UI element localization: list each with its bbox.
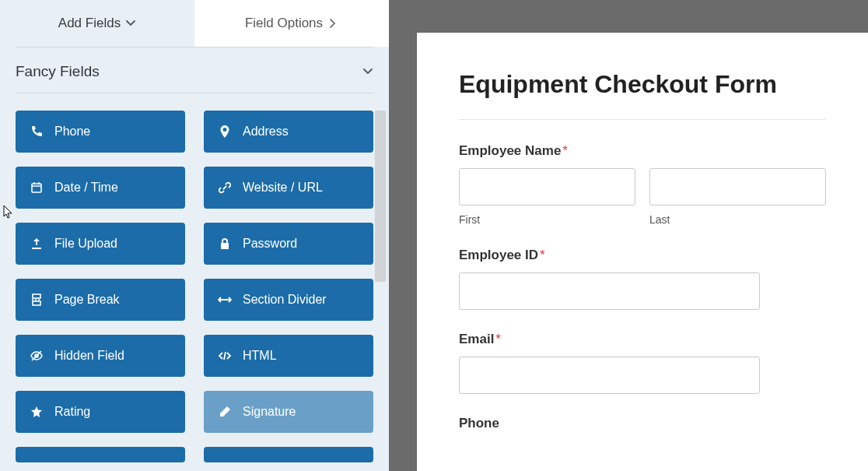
field-label: Address — [243, 125, 289, 139]
field-phone[interactable]: Phone — [459, 416, 826, 441]
field-page-break[interactable]: Page Break — [16, 279, 185, 321]
field-label: Phone — [54, 125, 90, 139]
chevron-down-icon — [125, 18, 136, 29]
phone-icon — [30, 125, 44, 139]
eye-slash-icon — [30, 349, 44, 363]
field-extra-2[interactable] — [204, 447, 373, 462]
name-first-col: First — [459, 168, 635, 226]
field-grid: Phone Address Date / Time Website / URL — [0, 111, 389, 462]
code-icon — [218, 349, 232, 363]
chevron-down-icon — [362, 66, 373, 77]
employee-id-input[interactable] — [459, 272, 760, 310]
field-phone[interactable]: Phone — [16, 111, 185, 153]
field-signature[interactable]: Signature — [204, 391, 373, 433]
required-marker: * — [562, 143, 568, 158]
field-label: Page Break — [54, 293, 120, 307]
tab-label: Field Options — [245, 16, 323, 31]
chevron-right-icon — [327, 18, 338, 29]
field-label: Employee ID* — [459, 248, 826, 263]
sublabel: First — [459, 213, 635, 226]
field-website-url[interactable]: Website / URL — [204, 167, 373, 209]
pencil-icon — [218, 405, 232, 419]
field-rating[interactable]: Rating — [16, 391, 185, 433]
calendar-icon — [30, 181, 44, 195]
tab-label: Add Fields — [58, 16, 121, 31]
link-icon — [218, 181, 232, 195]
tabs: Add Fields Field Options — [0, 0, 389, 47]
field-employee-name[interactable]: Employee Name* First Last — [459, 143, 826, 226]
section-title: Fancy Fields — [16, 63, 100, 80]
form-preview: Equipment Checkout Form Employee Name* F… — [417, 33, 868, 471]
field-file-upload[interactable]: File Upload — [16, 223, 185, 265]
lock-icon — [218, 237, 232, 251]
form-title: Equipment Checkout Form — [459, 70, 826, 99]
label-text: Email — [459, 332, 494, 346]
label-text: Employee ID — [459, 248, 538, 262]
field-section-divider[interactable]: Section Divider — [204, 279, 373, 321]
field-label: Email* — [459, 332, 826, 347]
tab-field-options[interactable]: Field Options — [194, 0, 389, 47]
last-name-input[interactable] — [649, 168, 826, 206]
field-label: Employee Name* — [459, 143, 826, 159]
star-icon — [30, 405, 44, 419]
label-text: Phone — [459, 416, 499, 431]
required-marker: * — [540, 248, 545, 262]
divider — [16, 93, 373, 93]
page-break-icon — [30, 293, 44, 307]
upload-icon — [30, 237, 44, 251]
scrollbar-thumb[interactable] — [375, 111, 386, 282]
name-row: First Last — [459, 168, 826, 226]
first-name-input[interactable] — [459, 168, 635, 206]
field-extra-1[interactable] — [16, 447, 185, 462]
field-label: Section Divider — [243, 293, 327, 307]
svg-rect-1 — [33, 294, 40, 298]
field-label: Date / Time — [54, 181, 118, 195]
field-employee-id[interactable]: Employee ID* — [459, 248, 826, 310]
field-hidden-field[interactable]: Hidden Field — [16, 335, 185, 377]
email-input[interactable] — [459, 357, 760, 394]
field-grid-wrapper: Phone Address Date / Time Website / URL — [0, 111, 389, 471]
field-label: Phone — [459, 416, 826, 431]
field-label: Signature — [243, 405, 296, 419]
field-html[interactable]: HTML — [204, 335, 373, 377]
section-header-fancy-fields[interactable]: Fancy Fields — [0, 47, 389, 93]
field-label: HTML — [243, 349, 277, 363]
field-label: Password — [243, 237, 297, 251]
label-text: Employee Name — [459, 143, 561, 158]
map-pin-icon — [218, 125, 232, 139]
name-last-col: Last — [649, 168, 826, 226]
field-label: Hidden Field — [54, 349, 124, 363]
arrows-h-icon — [218, 293, 232, 307]
divider — [459, 119, 826, 120]
sublabel: Last — [649, 213, 826, 226]
field-label: Rating — [54, 405, 90, 419]
left-panel: Add Fields Field Options Fancy Fields Ph… — [0, 0, 389, 471]
required-marker: * — [495, 332, 501, 346]
field-label: File Upload — [54, 237, 117, 251]
svg-rect-2 — [33, 301, 40, 305]
field-label: Website / URL — [243, 181, 323, 195]
tab-add-fields[interactable]: Add Fields — [0, 0, 194, 47]
field-date-time[interactable]: Date / Time — [16, 167, 185, 209]
field-address[interactable]: Address — [204, 111, 373, 153]
field-email[interactable]: Email* — [459, 332, 826, 394]
field-password[interactable]: Password — [204, 223, 373, 265]
svg-rect-0 — [32, 184, 41, 192]
